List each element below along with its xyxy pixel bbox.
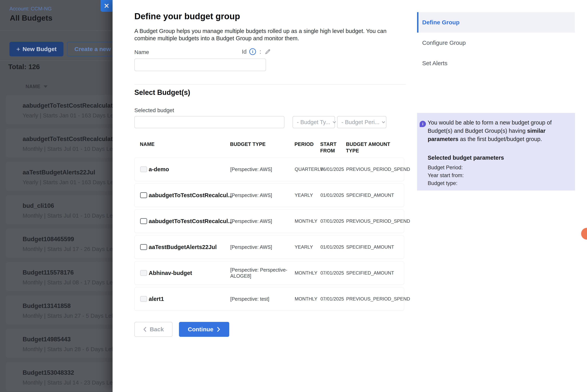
budget-checkbox[interactable]	[140, 218, 147, 224]
budget-parameter-line: Budget type:	[428, 179, 464, 187]
chevron-left-icon	[143, 326, 147, 332]
budget-card-name: Budget13141858	[22, 302, 71, 310]
checkbox-cell	[134, 296, 149, 302]
close-button[interactable]: ✕	[100, 0, 112, 12]
continue-button[interactable]: Continue	[179, 322, 229, 337]
budget-list-card[interactable]: bud_cli106Monthly | Starts Jul 01 - 10 D…	[6, 195, 112, 224]
budget-card-meta: Yearly | Starts Jan 01 - 163 Days Left	[22, 112, 112, 119]
budget-period-cell: YEARLY	[295, 192, 320, 198]
budget-type-cell: [Perspective: AWS]	[230, 192, 295, 198]
budget-name-cell: a-demo	[149, 166, 230, 173]
id-info-icon[interactable]: i	[249, 48, 256, 55]
budget-start-cell: 06/01/2025	[320, 166, 346, 172]
budget-period-cell: MONTHLY	[295, 270, 320, 276]
chevron-right-icon	[216, 326, 220, 332]
budget-name-cell: aabudgetToTestCostRecalcul...	[149, 192, 230, 198]
budget-card-name: Budget115578176	[22, 269, 74, 276]
back-button[interactable]: Back	[134, 322, 172, 337]
budget-type-cell: [Perspective: AWS]	[230, 166, 295, 172]
budget-card-name: aabudgetToTestCostRecalculation1	[22, 102, 112, 109]
modal-title: Define your budget group	[134, 12, 240, 21]
budget-list-card[interactable]: Budget13141858Monthly | Starts Jun 27 - …	[6, 295, 112, 324]
budget-start-cell: 07/01/2025	[320, 270, 346, 276]
budget-checkbox-disabled	[140, 166, 147, 172]
budget-card-meta: Monthly | Starts Jul 14 - 23 Days Left	[22, 380, 112, 386]
budget-amount-type-cell: SPECIFIED_AMOUNT	[346, 270, 404, 276]
budget-checkbox[interactable]	[140, 192, 147, 198]
column-header: BUDGET AMOUNT TYPE	[346, 141, 404, 154]
info-bubble-icon: i	[420, 121, 426, 127]
budget-card-name: aabudgetToTestCostRecalculation2	[22, 136, 112, 142]
budget-card-name: bud_cli106	[22, 202, 54, 209]
budget-parameter-line: Budget Period:	[428, 164, 464, 172]
budget-amount-type-cell: PREVIOUS_PERIOD_SPEND	[346, 166, 404, 172]
budget-table-header: NAMEBUDGET TYPEPERIODSTART FROMBUDGET AM…	[134, 141, 404, 154]
new-budget-button[interactable]: + New Budget	[10, 42, 64, 56]
budget-list-card[interactable]: aabudgetToTestCostRecalculation2Monthly …	[6, 128, 112, 158]
name-column-header[interactable]: NAME	[26, 84, 48, 89]
budget-card-name: Budget14985443	[22, 336, 71, 343]
budget-card-name: aaTestBudgetAlerts22Jul	[22, 169, 95, 176]
checkbox-cell	[134, 192, 149, 198]
chevron-down-icon	[381, 120, 386, 124]
id-colon: :	[259, 48, 262, 55]
budget-name-cell: Abhinav-budget	[149, 270, 230, 276]
budget-name-cell: aabudgetToTestCostRecalcul...	[149, 218, 230, 224]
budget-list-card[interactable]: Budget115578176Monthly | Starts Jul 08 -…	[6, 262, 112, 291]
id-label: Id	[242, 48, 246, 55]
budget-group-wizard-modal: Define your budget group A Budget Group …	[112, 0, 587, 392]
budget-parameter-line: Year start from:	[428, 172, 464, 179]
sort-caret-icon	[44, 86, 48, 88]
total-count: Total: 126	[8, 63, 40, 71]
budget-checkbox[interactable]	[140, 244, 147, 250]
budget-amount-type-cell: PREVIOUS_PERIOD_SPEND	[346, 218, 404, 224]
budget-card-meta: Monthly | Starts Jul 08 - 17 Days Left	[22, 279, 112, 286]
edit-pencil-icon[interactable]	[264, 48, 271, 55]
budget-card-meta: Monthly | Starts Jul 01 - 10 Days Left	[22, 146, 112, 152]
all-budgets-page-dimmed: Account: CCM-NG All Budgets + New Budget…	[0, 0, 112, 392]
name-label: Name	[134, 49, 149, 56]
budget-card-name: Budget108465599	[22, 236, 74, 243]
checkbox-cell	[134, 270, 149, 276]
column-header: NAME	[134, 141, 230, 154]
budget-list-card[interactable]: aaTestBudgetAlerts22JulYearly | Starts J…	[6, 162, 112, 191]
budget-card-name: Budget153048332	[22, 369, 74, 376]
budget-period-cell: MONTHLY	[295, 296, 320, 302]
budget-amount-type-cell: SPECIFIED_AMOUNT	[346, 192, 404, 198]
budget-list-card[interactable]: aabudgetToTestCostRecalculation1Yearly |…	[6, 95, 112, 124]
budget-table-row: aaTestBudgetAlerts22Jul[Perspective: AWS…	[134, 235, 404, 259]
wizard-step-define-group[interactable]: Define Group	[417, 12, 575, 32]
create-budget-group-button[interactable]: Create a new Budget Group	[67, 42, 112, 56]
id-row: Id i :	[242, 48, 271, 55]
column-header: START FROM	[320, 141, 346, 154]
budget-table-row: aabudgetToTestCostRecalcul...[Perspectiv…	[134, 209, 404, 233]
checkbox-cell	[134, 166, 149, 172]
account-breadcrumb[interactable]: Account: CCM-NG	[10, 6, 52, 12]
budget-start-cell: 07/01/2025	[320, 218, 346, 224]
column-header: PERIOD	[294, 141, 320, 154]
budget-period-cell: QUARTERLY	[295, 166, 320, 172]
divider	[0, 30, 112, 31]
budget-list-card[interactable]: Budget108465599Monthly | Starts Jul 17 -…	[6, 228, 112, 258]
budget-start-cell: 01/01/2025	[320, 192, 346, 198]
budget-type-cell: [Perspective: test]	[230, 296, 295, 302]
budget-search-input[interactable]	[134, 116, 284, 128]
wizard-step-set-alerts[interactable]: Set Alerts	[417, 53, 575, 74]
info-panel-text: You would be able to form a new budget g…	[428, 118, 566, 143]
budget-list-card[interactable]: Budget14985443Monthly | Starts Jun 28 - …	[6, 329, 112, 358]
close-icon: ✕	[104, 2, 110, 9]
divider	[0, 60, 112, 61]
budget-amount-type-cell: PREVIOUS_PERIOD_SPEND	[346, 296, 404, 302]
budget-card-meta: Yearly | Starts Jan 01 - 163 Days Left	[22, 179, 112, 186]
column-header: BUDGET TYPE	[230, 141, 294, 154]
budget-table-row: alert1[Perspective: test]MONTHLY07/01/20…	[134, 287, 404, 311]
wizard-step-configure-group[interactable]: Configure Group	[417, 32, 575, 53]
select-budgets-heading: Select Budget(s)	[134, 88, 190, 97]
budget-list-card[interactable]: Budget153048332Monthly | Starts Jul 14 -…	[6, 362, 112, 391]
budget-period-cell: YEARLY	[295, 244, 320, 250]
budget-period-filter-select[interactable]: - Budget Peri...	[337, 116, 386, 128]
budget-type-filter-select[interactable]: - Budget Ty...	[292, 116, 335, 128]
checkbox-cell	[134, 244, 149, 250]
name-input[interactable]	[134, 58, 266, 71]
budget-table-row: aabudgetToTestCostRecalcul...[Perspectiv…	[134, 184, 404, 207]
